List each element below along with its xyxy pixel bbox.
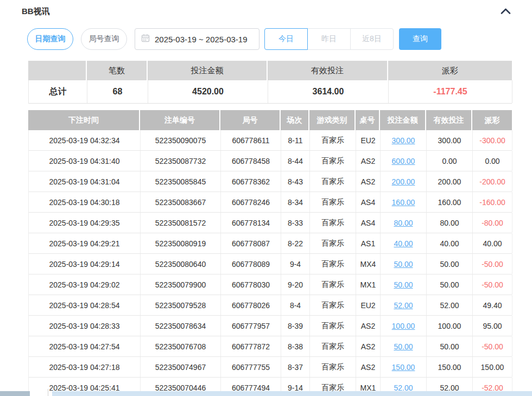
date-range-picker[interactable]: 2025-03-19 ~ 2025-03-19 xyxy=(135,28,259,50)
cell-valid-bet: 80.00 xyxy=(427,213,473,233)
cell-round-number: 606778458 xyxy=(221,151,281,171)
collapse-panel-button[interactable] xyxy=(498,5,512,17)
bet-amount-link[interactable]: 200.00 xyxy=(381,171,427,191)
bet-amount-link[interactable]: 150.00 xyxy=(381,357,427,377)
cell-table-number: EU2 xyxy=(356,295,381,315)
cell-payout: -50.00 xyxy=(473,336,512,356)
table-row: 2025-03-19 04:30:18 522350083667 6067782… xyxy=(29,192,512,213)
table-row: 2025-03-19 04:28:33 522350078634 6067779… xyxy=(29,316,512,336)
cell-round-number: 606777957 xyxy=(221,316,281,336)
cell-bet-time: 2025-03-19 04:31:40 xyxy=(29,151,141,171)
quick-today-button[interactable]: 今日 xyxy=(264,28,308,50)
cell-table-number: AS2 xyxy=(356,316,381,336)
cell-table-number: AS4 xyxy=(356,192,381,212)
cell-order-number: 522350074967 xyxy=(141,357,221,377)
summary-total-label: 总计 xyxy=(29,80,87,103)
cell-bet-time: 2025-03-19 04:29:14 xyxy=(29,254,141,274)
cell-round-number: 606778611 xyxy=(221,130,281,150)
summary-header-row: 笔数 投注金额 有效投注 派彩 xyxy=(28,61,512,80)
cell-bet-time: 2025-03-19 04:28:33 xyxy=(29,316,141,336)
cell-game-type: 百家乐 xyxy=(310,254,356,274)
cell-valid-bet: 150.00 xyxy=(427,357,473,377)
cell-table-number: MX1 xyxy=(356,274,381,295)
cell-payout: 95.00 xyxy=(473,316,512,336)
tab-date-query[interactable]: 日期查询 xyxy=(27,28,73,50)
col-valid-bet: 有效投注 xyxy=(426,110,472,130)
cell-order-number: 522350090075 xyxy=(141,130,221,150)
bet-amount-link[interactable]: 50.00 xyxy=(381,254,427,274)
cell-round-number: 606778362 xyxy=(221,171,281,191)
cell-session: 8-34 xyxy=(281,192,310,212)
scroll-container-edge xyxy=(48,389,48,396)
bet-amount-link[interactable]: 600.00 xyxy=(381,151,427,171)
inner-horizontal-scrollbar-track[interactable] xyxy=(52,391,532,396)
summary-valid-bet-value: 3614.00 xyxy=(268,80,389,103)
cell-table-number: AS4 xyxy=(356,213,381,233)
cell-valid-bet: 200.00 xyxy=(427,171,473,191)
col-table-number: 桌号 xyxy=(356,110,380,130)
cell-valid-bet: 300.00 xyxy=(427,130,473,150)
cell-round-number: 606777755 xyxy=(221,357,281,377)
cell-bet-time: 2025-03-19 04:28:54 xyxy=(29,295,141,315)
cell-table-number: MX4 xyxy=(356,254,381,274)
outer-horizontal-scrollbar-thumb[interactable] xyxy=(0,391,30,396)
cell-valid-bet: 40.00 xyxy=(427,233,473,253)
cell-payout: 40.00 xyxy=(473,233,512,253)
cell-bet-time: 2025-03-19 04:29:21 xyxy=(29,233,141,253)
cell-game-type: 百家乐 xyxy=(310,295,356,315)
cell-order-number: 522350080919 xyxy=(141,233,221,253)
cell-order-number: 522350085845 xyxy=(141,171,221,191)
bet-amount-link[interactable]: 80.00 xyxy=(381,213,427,233)
cell-order-number: 522350079528 xyxy=(141,295,221,315)
cell-bet-time: 2025-03-19 04:27:54 xyxy=(29,336,141,356)
cell-round-number: 606778030 xyxy=(221,274,281,295)
summary-payout-value: -1177.45 xyxy=(389,80,512,103)
cell-valid-bet: 50.00 xyxy=(427,254,473,274)
col-order-number: 注单编号 xyxy=(140,110,220,130)
page-title: BB视讯 xyxy=(22,7,50,17)
quick-yesterday-button[interactable]: 昨日 xyxy=(307,28,351,50)
cell-order-number: 522350083667 xyxy=(141,192,221,212)
bet-amount-link[interactable]: 52.00 xyxy=(381,295,427,315)
summary-header-payout: 派彩 xyxy=(388,61,512,80)
cell-game-type: 百家乐 xyxy=(310,233,356,253)
cell-game-type: 百家乐 xyxy=(310,171,356,191)
calendar-icon xyxy=(141,34,150,44)
cell-round-number: 606778089 xyxy=(221,254,281,274)
cell-game-type: 百家乐 xyxy=(310,192,356,212)
cell-order-number: 522350081572 xyxy=(141,213,221,233)
cell-valid-bet: 160.00 xyxy=(427,192,473,212)
quick-last8days-button[interactable]: 近8日 xyxy=(350,28,394,50)
bet-amount-link[interactable]: 50.00 xyxy=(381,336,427,356)
tab-round-query[interactable]: 局号查询 xyxy=(81,28,127,50)
bet-amount-link[interactable]: 160.00 xyxy=(381,192,427,212)
cell-game-type: 百家乐 xyxy=(310,316,356,336)
query-toolbar: 日期查询 局号查询 2025-03-19 ~ 2025-03-19 今日 xyxy=(27,28,441,50)
cell-game-type: 百家乐 xyxy=(310,274,356,295)
cell-session: 9-20 xyxy=(281,274,310,295)
quick-range-group: 今日 昨日 近8日 xyxy=(264,28,394,50)
summary-total-row: 总计 68 4520.00 3614.00 -1177.45 xyxy=(28,80,512,104)
table-row: 2025-03-19 04:29:02 522350079900 6067780… xyxy=(29,274,512,295)
bet-amount-link[interactable]: 50.00 xyxy=(381,274,427,295)
search-button[interactable]: 查询 xyxy=(399,28,441,50)
cell-bet-time: 2025-03-19 04:32:34 xyxy=(29,130,141,150)
cell-session: 8-43 xyxy=(281,171,310,191)
cell-order-number: 522350079900 xyxy=(141,274,221,295)
cell-valid-bet: 100.00 xyxy=(427,316,473,336)
cell-round-number: 606778026 xyxy=(221,295,281,315)
cell-session: 8-4 xyxy=(281,295,310,315)
col-bet-amount: 投注金额 xyxy=(380,110,426,130)
bet-table-body: 2025-03-19 04:32:34 522350090075 6067786… xyxy=(28,130,512,396)
table-row: 2025-03-19 04:29:14 522350080640 6067780… xyxy=(29,254,512,274)
summary-header-valid-bet: 有效投注 xyxy=(268,61,388,80)
cell-payout: -50.00 xyxy=(473,274,512,295)
cell-payout: 49.40 xyxy=(473,295,512,315)
bet-amount-link[interactable]: 40.00 xyxy=(381,233,427,253)
col-game-type: 游戏类别 xyxy=(309,110,356,130)
cell-round-number: 606778087 xyxy=(221,233,281,253)
cell-order-number: 522350087732 xyxy=(141,151,221,171)
cell-game-type: 百家乐 xyxy=(310,357,356,377)
bet-amount-link[interactable]: 300.00 xyxy=(381,130,427,150)
bet-amount-link[interactable]: 100.00 xyxy=(381,316,427,336)
